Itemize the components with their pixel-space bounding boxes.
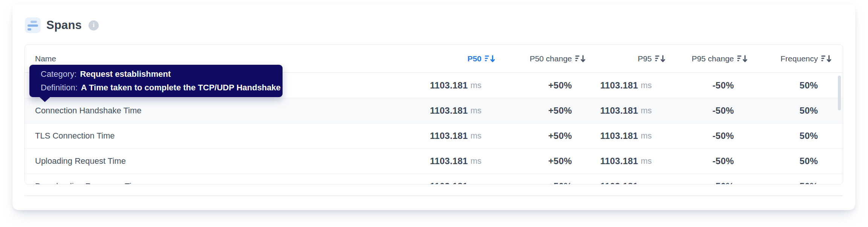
- column-header-label: P95 change: [692, 54, 734, 63]
- sort-icon: [821, 53, 832, 64]
- column-header-p95[interactable]: P95: [586, 53, 666, 64]
- card-header: Spans i: [25, 17, 99, 33]
- column-header-label: P50 change: [530, 54, 572, 63]
- column-header-label: Name: [35, 54, 56, 63]
- p95-cell: 1103.181ms: [586, 181, 666, 184]
- sort-icon: [737, 53, 748, 64]
- page-title: Spans: [46, 18, 82, 32]
- vertical-scrollbar[interactable]: [838, 76, 841, 110]
- span-name: Uploading Request Time: [25, 156, 415, 166]
- tooltip-definition-label: Definition:: [41, 84, 78, 92]
- spans-card: Spans i Name P50 P50 change P95: [12, 4, 855, 210]
- p50-cell: 1103.181ms: [415, 181, 496, 184]
- table-row[interactable]: Uploading Request Time 1103.181ms +50% 1…: [25, 148, 843, 174]
- sort-icon: [575, 53, 586, 64]
- p95-change-cell: -50%: [666, 105, 748, 116]
- p95-cell: 1103.181ms: [586, 80, 666, 91]
- p95-cell: 1103.181ms: [586, 156, 666, 166]
- card-footer-divider: [24, 195, 843, 196]
- info-circle-icon[interactable]: i: [89, 20, 99, 30]
- column-header-name: Name: [25, 54, 415, 63]
- frequency-cell: 50%: [748, 105, 832, 116]
- p50-cell: 1103.181ms: [415, 80, 496, 91]
- column-header-label: P95: [638, 54, 652, 63]
- table-row[interactable]: Downloading Response Time 1103.181ms +50…: [25, 174, 843, 184]
- column-header-label: P50: [468, 54, 481, 63]
- p95-change-cell: -50%: [666, 80, 748, 91]
- frequency-cell: 50%: [748, 181, 832, 184]
- p50-change-cell: +50%: [496, 80, 586, 91]
- span-bar: [28, 28, 31, 30]
- frequency-cell: 50%: [748, 80, 832, 91]
- span-name: Downloading Response Time: [25, 181, 415, 184]
- p50-cell: 1103.181ms: [415, 105, 496, 116]
- column-header-p50c[interactable]: P50 change: [496, 53, 586, 64]
- tooltip-arrow: [39, 97, 50, 102]
- p95-cell: 1103.181ms: [586, 105, 666, 116]
- p50-change-cell: +50%: [496, 156, 586, 166]
- tooltip-category-label: Category:: [41, 70, 76, 78]
- span-name: Connection Handshake Time: [25, 106, 415, 116]
- p95-change-cell: -50%: [666, 181, 748, 184]
- p95-change-cell: -50%: [666, 156, 748, 166]
- p50-cell: 1103.181ms: [415, 156, 496, 166]
- table-row[interactable]: TLS Connection Time 1103.181ms +50% 1103…: [25, 123, 843, 148]
- spans-waterfall-icon: [25, 17, 41, 33]
- column-header-p50[interactable]: P50: [415, 53, 496, 64]
- p50-change-cell: +50%: [496, 181, 586, 184]
- span-name: TLS Connection Time: [25, 131, 415, 141]
- sort-icon: [484, 53, 496, 64]
- tooltip-definition-line: Definition: A Time taken to complete the…: [41, 84, 283, 92]
- p50-change-cell: +50%: [496, 105, 586, 116]
- p50-change-cell: +50%: [496, 131, 586, 141]
- column-header-p95c[interactable]: P95 change: [666, 53, 748, 64]
- p50-cell: 1103.181ms: [415, 131, 496, 141]
- p95-change-cell: -50%: [666, 131, 748, 141]
- column-header-label: Frequency: [781, 54, 818, 63]
- sort-icon: [654, 53, 666, 64]
- span-bar: [31, 21, 37, 23]
- tooltip-category-line: Category: Request establishment: [41, 70, 283, 78]
- frequency-cell: 50%: [748, 156, 832, 166]
- tooltip-category-value: Request establishment: [80, 70, 171, 78]
- span-bar: [28, 24, 38, 27]
- frequency-cell: 50%: [748, 131, 832, 141]
- span-tooltip: Category: Request establishment Definiti…: [29, 65, 283, 97]
- tooltip-definition-value: A Time taken to complete the TCP/UDP Han…: [81, 84, 281, 92]
- table-row[interactable]: Connection Handshake Time 1103.181ms +50…: [25, 98, 843, 123]
- column-header-freq[interactable]: Frequency: [748, 53, 832, 64]
- p95-cell: 1103.181ms: [586, 131, 666, 141]
